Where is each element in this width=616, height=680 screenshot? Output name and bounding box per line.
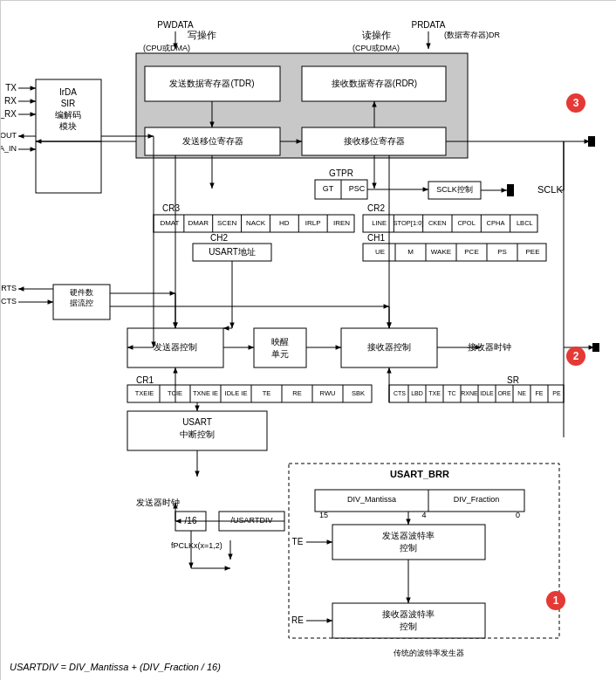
badge-1: 1 [546,591,565,610]
badge-2: 2 [566,347,585,366]
formula-text: USARTDIV = DIV_Mantissa + (DIV_Fraction … [10,662,221,672]
diagram-container: 1 2 3 USARTDIV = DIV_Mantissa + (DIV_Fra… [0,0,616,680]
badge-3: 3 [566,93,585,113]
